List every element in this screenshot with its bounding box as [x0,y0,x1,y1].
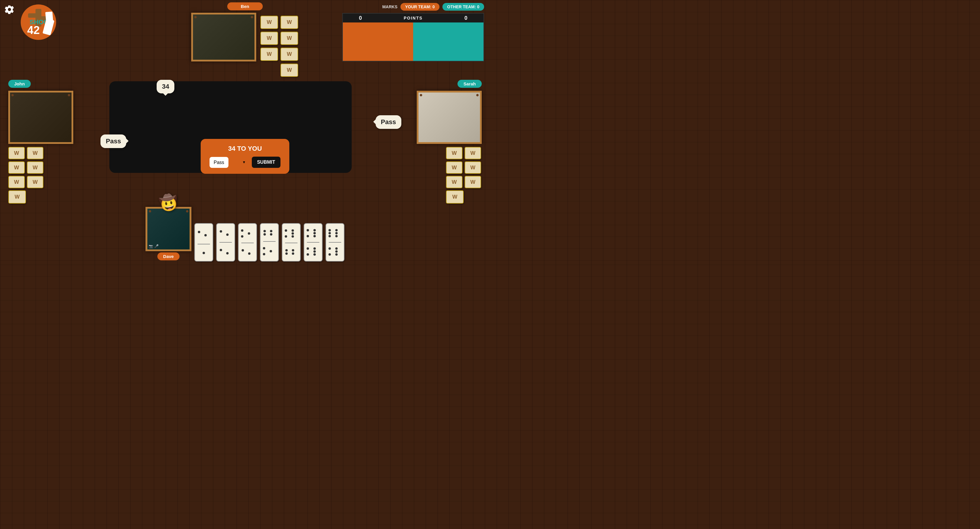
cam-mic-icons: 📷 🎤 [149,244,159,248]
submit-button[interactable]: SUBMIT [252,157,280,168]
domino-top-4[interactable]: W [280,32,298,45]
player-top-name-badge: Ben [227,2,263,10]
domino-right-7[interactable]: W [446,190,464,203]
domino-top-6[interactable]: W [280,48,298,61]
points-label: POINTS [404,16,423,21]
player-left-name-badge: John [8,80,31,88]
player-right-video [417,91,482,144]
domino-bottom-5[interactable] [282,223,301,262]
your-points-bar [343,22,413,61]
domino-bottom-6[interactable] [304,223,323,262]
your-team-badge: YOUR TEAM: 0 [401,3,439,11]
bid-popup: 34 TO YOU Pass 30 31 32 33 34 35 36 37 3… [200,139,290,174]
domino-left-3[interactable]: W [8,161,25,174]
player-bottom-name-badge: Dave [157,253,180,261]
domino-left-4[interactable]: W [27,161,43,174]
player-top-hand: W W W W W W W [260,16,299,77]
svg-text:42: 42 [27,24,40,37]
bid-select[interactable]: Pass 30 31 32 33 34 35 36 37 38 39 40 41… [210,157,228,168]
domino-right-5[interactable]: W [446,176,463,188]
speech-bubble-left: Pass [100,135,126,148]
speech-bubble-top: 34 [157,80,174,94]
domino-bottom-4[interactable] [260,223,279,262]
player-left-video [8,91,73,144]
other-points: 0 [464,15,467,21]
domino-left-2[interactable]: W [27,147,43,159]
domino-top-1[interactable]: W [260,16,278,29]
domino-left-7[interactable]: W [8,190,26,203]
domino-top-2[interactable]: W [280,16,298,29]
player-bottom-video: 📷 🎤 [146,207,191,251]
domino-right-2[interactable]: W [465,147,481,159]
player-top-video [191,13,256,62]
player-bottom: 🤠 📷 🎤 Dave [146,207,345,262]
bid-title: 34 TO YOU [228,145,262,153]
domino-bottom-3[interactable] [238,223,257,262]
player-right-hand: W W W W W W W [446,147,482,203]
settings-button[interactable] [4,4,15,15]
domino-right-4[interactable]: W [465,161,481,174]
svg-rect-7 [45,11,54,25]
other-team-badge: OTHER TEAM: 0 [442,3,484,11]
logo: SHOOT 42 [15,3,62,41]
other-points-bar [413,22,484,61]
cowboy-hat-icon: 🤠 [158,192,180,213]
domino-left-6[interactable]: W [27,176,43,188]
camera-icon: 📷 [149,244,153,248]
player-top: Ben W W W W W W W [191,0,299,77]
player-left: John W W W W W W W [8,80,73,203]
domino-bottom-2[interactable] [216,223,235,262]
scores-area: MARKS YOUR TEAM: 0 OTHER TEAM: 0 0 POINT… [342,3,484,62]
domino-left-1[interactable]: W [8,147,25,159]
player-right: Sarah W W W W W W W [417,80,482,203]
domino-bottom-1[interactable] [194,223,213,262]
domino-bottom-7[interactable] [326,223,345,262]
domino-left-5[interactable]: W [8,176,25,188]
domino-right-1[interactable]: W [446,147,463,159]
marks-label: MARKS [382,5,397,9]
domino-top-7[interactable]: W [280,64,298,77]
your-points: 0 [359,15,362,21]
player-right-name-badge: Sarah [458,80,482,88]
domino-top-3[interactable]: W [260,32,278,45]
speech-bubble-right: Pass [375,115,401,129]
player-left-hand: W W W W W W W [8,147,44,203]
mic-icon: 🎤 [154,244,159,248]
domino-right-3[interactable]: W [446,161,463,174]
points-bar-wrapper: 0 POINTS 0 [342,13,484,62]
domino-right-6[interactable]: W [465,176,481,188]
svg-rect-2 [28,13,37,18]
domino-top-5[interactable]: W [260,48,278,61]
